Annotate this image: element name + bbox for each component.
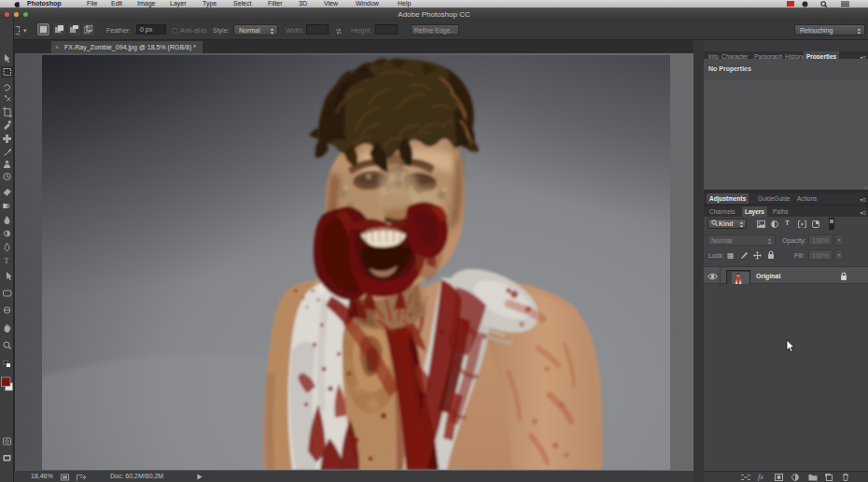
svg-text:T: T (5, 257, 9, 265)
